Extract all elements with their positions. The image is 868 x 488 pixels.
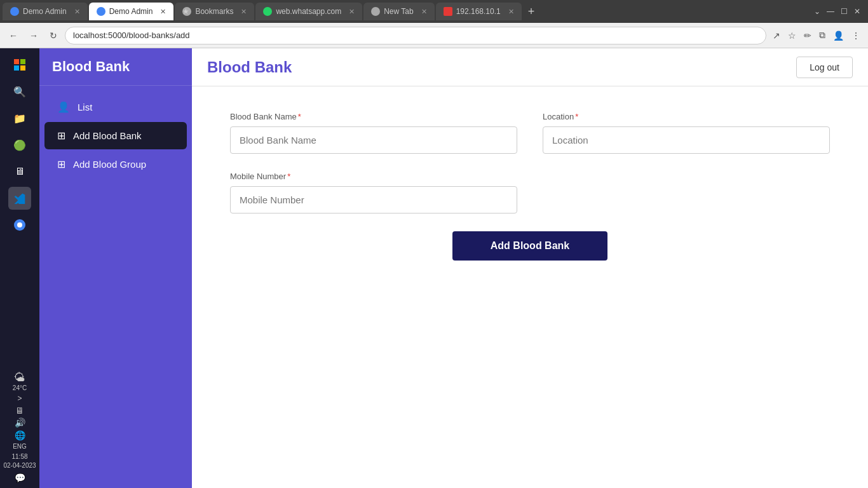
tab-2-label: Demo Admin <box>109 7 153 16</box>
taskbar-app1[interactable]: 🟢 <box>8 133 31 156</box>
mobile-number-input[interactable] <box>230 186 517 214</box>
tab-6[interactable]: 192.168.10.1 ✕ <box>436 3 522 20</box>
list-icon: 👤 <box>57 101 70 113</box>
back-button[interactable]: ← <box>5 28 22 43</box>
tab-nav-arrows: ⌄ — ☐ ✕ <box>811 6 863 17</box>
browser-chrome: Demo Admin ✕ Demo Admin ✕ ★ Bookmarks ✕ … <box>0 0 868 48</box>
sidebar-title: Blood Bank <box>52 58 130 74</box>
svg-rect-1 <box>20 59 25 64</box>
svg-rect-2 <box>14 65 19 71</box>
menu-button[interactable]: ⋮ <box>849 28 863 43</box>
sidebar-item-add-blood-group[interactable]: ⊞ Add Blood Group <box>44 151 187 178</box>
svg-rect-3 <box>20 65 25 71</box>
add-blood-group-icon: ⊞ <box>57 158 65 170</box>
form-submit-row: Add Blood Bank <box>230 231 830 261</box>
sidebar-nav: 👤 List ⊞ Add Blood Bank ⊞ Add Blood Grou… <box>39 86 192 186</box>
globe-icon: 🌐 <box>15 430 25 440</box>
tab-1[interactable]: Demo Admin ✕ <box>3 3 88 20</box>
monitor-icon: 🖥 <box>15 405 24 416</box>
tab-1-close[interactable]: ✕ <box>74 8 80 16</box>
taskbar-search[interactable]: 🔍 <box>8 80 31 103</box>
tab-2[interactable]: Demo Admin ✕ <box>89 3 174 20</box>
submit-button[interactable]: Add Blood Bank <box>452 231 607 261</box>
tab-1-label: Demo Admin <box>23 7 67 16</box>
language-text: ENG <box>13 443 27 450</box>
mobile-number-required: * <box>287 172 290 181</box>
profile-button[interactable]: 👤 <box>831 28 846 43</box>
forward-button[interactable]: → <box>25 28 42 43</box>
taskbar-chevron[interactable]: > <box>17 394 22 403</box>
tab-nav-maximize[interactable]: ☐ <box>838 6 850 17</box>
blood-bank-name-label: Blood Bank Name* <box>230 112 517 121</box>
tab-1-favicon <box>10 7 19 16</box>
taskbar-app2[interactable]: 🖥 <box>8 160 31 183</box>
page-content: Blood Bank Log out Blood Bank Name* Loca… <box>192 48 868 488</box>
date-text: 02-04-2023 <box>3 461 36 470</box>
new-tab-button[interactable]: + <box>523 5 540 18</box>
taskbar-clock: 11:58 02-04-2023 <box>3 452 36 470</box>
os-taskbar: 🔍 📁 🟢 🖥 🌤 24°C > 🖥 🔊 🌐 ENG <box>0 48 39 488</box>
form-area: Blood Bank Name* Location* <box>192 86 868 488</box>
extensions-button[interactable]: ⧉ <box>817 27 828 43</box>
tab-nav-close[interactable]: ✕ <box>851 6 863 17</box>
sidebar-item-list-label: List <box>78 102 92 112</box>
tab-3[interactable]: ★ Bookmarks ✕ <box>175 3 254 20</box>
form-row-2: Mobile Number* <box>230 172 830 214</box>
location-label: Location* <box>543 112 830 121</box>
temperature-text: 24°C <box>13 384 27 391</box>
page-header: Blood Bank Log out <box>192 48 868 86</box>
sidebar-item-add-blood-bank-label: Add Blood Bank <box>73 130 142 141</box>
tab-5-favicon <box>371 7 380 16</box>
time-text: 11:58 <box>3 452 36 461</box>
taskbar-status: 🖥 🔊 <box>15 405 25 428</box>
blood-bank-name-group: Blood Bank Name* <box>230 112 517 154</box>
tab-4-favicon <box>263 7 272 16</box>
bookmark-button[interactable]: ☆ <box>785 28 799 43</box>
tab-5-close[interactable]: ✕ <box>421 8 427 16</box>
tab-3-label: Bookmarks <box>195 7 233 16</box>
tab-nav-chevron[interactable]: ⌄ <box>811 6 823 17</box>
add-blood-bank-icon: ⊞ <box>57 130 65 142</box>
tab-4-close[interactable]: ✕ <box>349 8 355 16</box>
mobile-number-label: Mobile Number* <box>230 172 517 181</box>
tab-6-favicon <box>444 7 452 16</box>
taskbar-vscode[interactable] <box>8 187 31 210</box>
svg-rect-0 <box>14 59 19 64</box>
weather-icon: 🌤 <box>14 371 25 384</box>
share-button[interactable]: ↗ <box>770 28 783 43</box>
taskbar-start[interactable] <box>8 53 31 76</box>
refresh-button[interactable]: ↻ <box>46 28 61 43</box>
sidebar-header: Blood Bank <box>39 48 192 86</box>
tab-2-close[interactable]: ✕ <box>160 8 166 16</box>
mobile-number-group: Mobile Number* <box>230 172 517 214</box>
tab-3-favicon: ★ <box>182 7 191 16</box>
notification-icon[interactable]: 💬 <box>15 473 25 483</box>
tab-nav-minimize[interactable]: — <box>824 6 837 17</box>
browser-toolbar: ← → ↻ localhost:5000/blood-banks/add ↗ ☆… <box>0 23 868 48</box>
page-title: Blood Bank <box>207 58 292 76</box>
location-input[interactable] <box>543 126 830 154</box>
sidebar-item-add-blood-bank[interactable]: ⊞ Add Blood Bank <box>44 122 187 149</box>
app-container: 🔍 📁 🟢 🖥 🌤 24°C > 🖥 🔊 🌐 ENG <box>0 48 868 488</box>
tab-6-label: 192.168.10.1 <box>456 7 501 16</box>
sidebar-item-add-blood-group-label: Add Blood Group <box>73 159 146 170</box>
taskbar-bottom: 🌤 24°C > 🖥 🔊 🌐 ENG 11:58 02-04-2023 💬 <box>3 371 36 483</box>
taskbar-files[interactable]: 📁 <box>8 107 31 130</box>
pen-button[interactable]: ✏ <box>801 28 814 43</box>
tab-5[interactable]: New Tab ✕ <box>363 3 434 20</box>
form-row-1: Blood Bank Name* Location* <box>230 112 830 154</box>
tab-2-favicon <box>97 7 105 16</box>
taskbar-chrome[interactable] <box>8 214 31 236</box>
tab-6-close[interactable]: ✕ <box>508 8 514 16</box>
blood-bank-name-required: * <box>298 112 301 121</box>
sidebar-item-list[interactable]: 👤 List <box>44 93 187 121</box>
tab-3-close[interactable]: ✕ <box>241 8 247 16</box>
tab-4[interactable]: web.whatsapp.com ✕ <box>255 3 362 20</box>
taskbar-weather: 🌤 24°C <box>13 371 27 391</box>
browser-tabs: Demo Admin ✕ Demo Admin ✕ ★ Bookmarks ✕ … <box>0 0 868 23</box>
toolbar-actions: ↗ ☆ ✏ ⧉ 👤 ⋮ <box>770 27 863 43</box>
location-group: Location* <box>543 112 830 154</box>
blood-bank-name-input[interactable] <box>230 126 517 154</box>
logout-button[interactable]: Log out <box>796 57 853 78</box>
address-bar[interactable]: localhost:5000/blood-banks/add <box>65 27 766 44</box>
